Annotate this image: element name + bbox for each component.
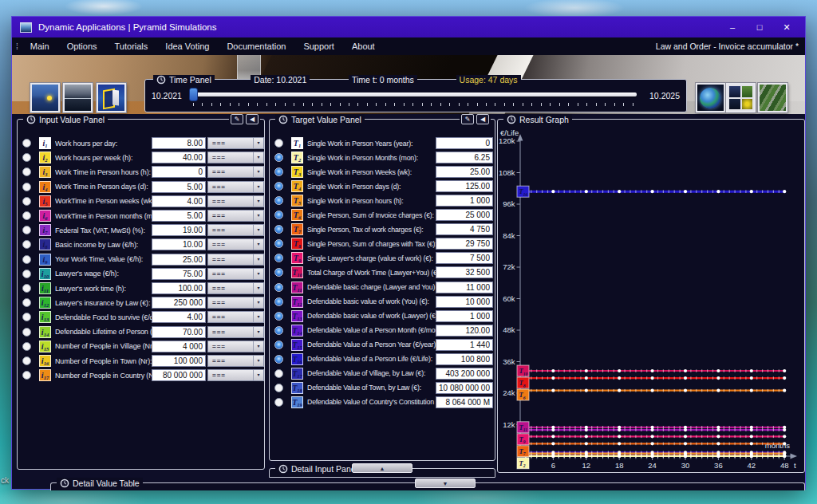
input-row-i13-radio[interactable] — [22, 313, 31, 321]
target-row-t11-radio[interactable] — [274, 283, 283, 292]
input-row-i16-radio[interactable] — [22, 356, 31, 365]
target-row-t18-radio[interactable] — [274, 384, 283, 392]
input-row-i7-radio[interactable] — [22, 226, 31, 234]
target-row-t5-radio[interactable] — [274, 196, 283, 205]
target-row-t15-radio[interactable] — [274, 341, 283, 349]
target-row-t3-value-field[interactable] — [436, 166, 493, 178]
input-row-i13-value-field[interactable] — [152, 311, 206, 323]
input-row-i14-radio[interactable] — [22, 328, 31, 337]
target-row-t12-radio[interactable] — [274, 297, 283, 306]
input-row-i12-radio[interactable] — [22, 298, 31, 307]
target-row-t11-value-field[interactable] — [436, 282, 493, 293]
target-row-t19-value-field[interactable] — [436, 396, 493, 408]
target-row-t13-radio[interactable] — [274, 312, 283, 321]
target-row-t9-radio[interactable] — [274, 254, 283, 262]
input-row-i14-mode-dropdown[interactable]: ===▾ — [207, 326, 264, 338]
target-row-t10-radio[interactable] — [274, 268, 283, 277]
thumbnail-earth[interactable] — [696, 83, 725, 112]
input-row-i1-mode-dropdown[interactable]: ===▾ — [207, 137, 264, 149]
target-row-t1-radio[interactable] — [274, 139, 283, 148]
input-row-i4-radio[interactable] — [22, 183, 31, 191]
input-row-i16-mode-dropdown[interactable]: ===▾ — [207, 355, 264, 367]
target-row-t16-value-field[interactable] — [436, 353, 493, 365]
time-slider-thumb[interactable] — [189, 88, 198, 101]
input-row-i6-value-field[interactable] — [152, 210, 206, 222]
collapse-left-button[interactable]: ◀ — [246, 114, 259, 124]
time-slider-track[interactable] — [191, 93, 637, 96]
target-row-t19-radio[interactable] — [274, 398, 283, 407]
target-row-t8-radio[interactable] — [274, 239, 283, 248]
expand-up-button[interactable]: ▲ — [352, 463, 412, 473]
target-row-t15-value-field[interactable] — [436, 339, 493, 351]
input-row-i9-radio[interactable] — [22, 255, 31, 264]
target-row-t2-radio[interactable] — [274, 153, 283, 162]
menu-item-tutorials[interactable]: Tutorials — [106, 37, 157, 55]
menu-item-options[interactable]: Options — [58, 37, 106, 55]
input-row-i3-radio[interactable] — [22, 167, 31, 176]
input-row-i5-mode-dropdown[interactable]: ===▾ — [207, 195, 264, 207]
input-row-i17-radio[interactable] — [22, 371, 31, 380]
target-row-t8-value-field[interactable] — [436, 238, 493, 250]
input-row-i3-value-field[interactable] — [152, 166, 206, 178]
thumbnail-image-grid[interactable] — [726, 83, 756, 112]
input-row-i5-value-field[interactable] — [152, 195, 206, 207]
menu-item-about[interactable]: About — [343, 37, 384, 55]
target-row-t4-radio[interactable] — [274, 182, 283, 191]
edit-pencil-button[interactable]: ✎ — [461, 114, 474, 124]
target-row-t13-value-field[interactable] — [436, 310, 493, 322]
target-row-t14-radio[interactable] — [274, 326, 283, 335]
menu-item-idea-voting[interactable]: Idea Voting — [156, 37, 218, 55]
target-row-t10-value-field[interactable] — [436, 266, 493, 278]
menu-item-main[interactable]: Main — [22, 37, 58, 55]
input-row-i5-radio[interactable] — [22, 197, 31, 206]
input-row-i11-value-field[interactable] — [152, 282, 206, 294]
input-row-i13-mode-dropdown[interactable]: ===▾ — [207, 311, 264, 323]
menu-item-support[interactable]: Support — [294, 37, 343, 55]
input-row-i1-value-field[interactable] — [152, 137, 206, 149]
thumbnail-ocean-sunset[interactable] — [30, 83, 60, 112]
thumbnail-open-door-icon[interactable] — [97, 83, 126, 112]
input-row-i8-radio[interactable] — [22, 240, 31, 249]
input-row-i7-mode-dropdown[interactable]: ===▾ — [207, 224, 264, 236]
target-row-t1-value-field[interactable] — [436, 137, 493, 149]
menu-item-documentation[interactable]: Documentation — [218, 37, 294, 55]
input-row-i2-radio[interactable] — [22, 153, 31, 162]
input-row-i11-radio[interactable] — [22, 284, 31, 293]
minimize-button[interactable]: – — [719, 18, 746, 37]
input-row-i9-value-field[interactable] — [152, 254, 206, 266]
input-row-i10-mode-dropdown[interactable]: ===▾ — [207, 268, 264, 280]
input-row-i8-value-field[interactable] — [152, 238, 206, 250]
input-row-i4-value-field[interactable] — [152, 181, 206, 193]
input-row-i14-value-field[interactable] — [152, 326, 206, 338]
thumbnail-highway[interactable] — [758, 83, 787, 112]
edit-pencil-button[interactable]: ✎ — [231, 114, 243, 124]
target-row-t4-value-field[interactable] — [436, 180, 493, 192]
input-row-i10-radio[interactable] — [22, 270, 31, 278]
collapse-left-button[interactable]: ◀ — [476, 114, 489, 124]
target-row-t6-value-field[interactable] — [436, 209, 493, 221]
target-row-t17-radio[interactable] — [274, 369, 283, 378]
target-row-t2-value-field[interactable] — [436, 152, 493, 163]
close-button[interactable]: ✕ — [773, 18, 800, 37]
target-row-t6-radio[interactable] — [274, 211, 283, 219]
target-row-t7-value-field[interactable] — [436, 223, 493, 235]
input-row-i15-mode-dropdown[interactable]: ===▾ — [207, 341, 264, 352]
input-row-i6-radio[interactable] — [22, 211, 31, 220]
input-row-i7-value-field[interactable] — [152, 224, 206, 236]
input-row-i8-mode-dropdown[interactable]: ===▾ — [207, 238, 264, 250]
menu-grip-icon[interactable]: ⁞ — [16, 42, 18, 51]
input-row-i1-radio[interactable] — [22, 139, 31, 148]
input-row-i3-mode-dropdown[interactable]: ===▾ — [207, 166, 264, 178]
input-row-i15-value-field[interactable] — [152, 341, 206, 352]
target-row-t7-radio[interactable] — [274, 225, 283, 234]
input-row-i4-mode-dropdown[interactable]: ===▾ — [207, 181, 264, 193]
target-row-t16-radio[interactable] — [274, 355, 283, 364]
target-row-t17-value-field[interactable] — [436, 368, 493, 380]
input-row-i9-mode-dropdown[interactable]: ===▾ — [207, 254, 264, 266]
input-row-i12-mode-dropdown[interactable]: ===▾ — [207, 297, 264, 309]
input-row-i12-value-field[interactable] — [152, 297, 206, 309]
expand-down-button[interactable]: ▼ — [415, 478, 476, 488]
thumbnail-dark-pier[interactable] — [63, 83, 93, 112]
target-row-t12-value-field[interactable] — [436, 296, 493, 308]
target-row-t9-value-field[interactable] — [436, 252, 493, 264]
